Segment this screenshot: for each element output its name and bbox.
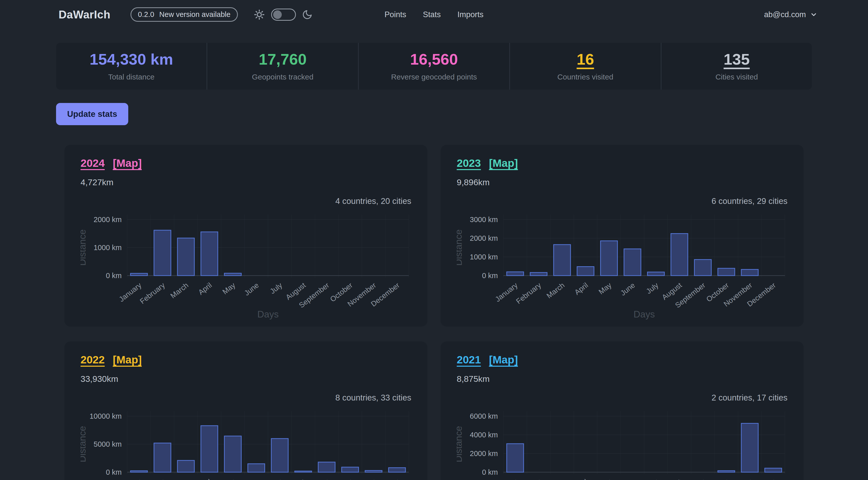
y-tick-label: 2000 km <box>470 234 498 242</box>
map-link-2023[interactable]: [Map] <box>489 157 518 169</box>
year-link-2021[interactable]: 2021 <box>457 354 481 366</box>
x-tick-label: November <box>346 478 377 480</box>
x-axis-title: Days <box>257 309 278 320</box>
year-card-title: 2021 [Map] <box>457 354 787 366</box>
stat-cell: 16 Countries visited <box>509 43 660 90</box>
nav-link-stats[interactable]: Stats <box>423 10 441 19</box>
year-link-2024[interactable]: 2024 <box>81 157 105 169</box>
bar-july <box>648 272 664 276</box>
stats-summary-bar: 154,330 km Total distance 17,760 Geopoin… <box>56 43 812 90</box>
bar-october <box>342 467 359 472</box>
stat-label: Countries visited <box>557 73 614 81</box>
bar-november <box>365 471 382 472</box>
y-tick-label: 1000 km <box>94 244 122 252</box>
version-badge[interactable]: 0.2.0 New version available <box>130 7 238 22</box>
bar-may <box>224 273 241 276</box>
x-tick-label: March <box>545 281 566 300</box>
bar-october <box>718 471 735 472</box>
bar-january <box>507 444 524 472</box>
theme-toggle-knob <box>273 10 282 19</box>
bar-april <box>201 426 218 472</box>
bar-december <box>765 468 782 472</box>
update-stats-button[interactable]: Update stats <box>56 103 128 125</box>
stat-label: Total distance <box>108 73 154 81</box>
bar-november <box>741 423 758 472</box>
year-card-title: 2023 [Map] <box>457 157 787 169</box>
y-tick-label: 10000 km <box>90 412 122 420</box>
x-tick-label: April <box>573 281 589 296</box>
year-summary: 2 countries, 17 cities <box>457 393 787 403</box>
x-tick-label: May <box>597 281 613 296</box>
x-tick-label: October <box>705 478 730 480</box>
stat-value: 17,760 <box>259 52 307 67</box>
x-axis-title: Days <box>633 309 655 320</box>
x-tick-label: April <box>197 478 213 480</box>
stat-value: 154,330 km <box>90 52 173 67</box>
year-summary: 8 countries, 33 cities <box>81 393 411 403</box>
bar-january <box>507 272 524 276</box>
year-chart-2024: 0 km1000 km2000 kmJanuaryFebruaryMarchAp… <box>81 207 411 321</box>
stat-value[interactable]: 16 <box>577 52 594 67</box>
y-tick-label: 0 km <box>106 468 122 476</box>
year-link-2023[interactable]: 2023 <box>457 157 481 169</box>
bar-july <box>271 439 288 472</box>
y-tick-label: 0 km <box>482 468 498 476</box>
dashboard-page: { "header": { "logo": "DaWarIch", "versi… <box>0 0 868 480</box>
year-card: 2021 [Map] 8,875km 2 countries, 17 citie… <box>440 342 804 480</box>
x-tick-label: February <box>515 478 543 480</box>
stat-cell: 135 Cities visited <box>661 43 812 90</box>
map-link-2024[interactable]: [Map] <box>113 157 142 169</box>
user-menu[interactable]: ab@cd.com <box>764 10 817 19</box>
year-summary: 4 countries, 20 cities <box>81 196 411 206</box>
y-tick-label: 1000 km <box>470 253 498 261</box>
x-tick-label: April <box>573 478 589 480</box>
x-tick-label: November <box>722 478 754 480</box>
y-tick-label: 2000 km <box>94 216 122 224</box>
stat-cell: 16,560 Reverse geocoded points <box>358 43 509 90</box>
year-distance: 33,930km <box>81 374 411 384</box>
year-card-title: 2024 [Map] <box>81 157 411 169</box>
nav-link-points[interactable]: Points <box>384 10 406 19</box>
nav-link-imports[interactable]: Imports <box>458 10 484 19</box>
map-link-2022[interactable]: [Map] <box>113 354 142 366</box>
bar-april <box>201 232 218 276</box>
y-tick-label: 6000 km <box>470 412 498 420</box>
x-tick-label: July <box>268 478 284 480</box>
year-card-title: 2022 [Map] <box>81 354 411 366</box>
bar-may <box>224 436 241 472</box>
stat-cell: 17,760 Geopoints tracked <box>207 43 358 90</box>
y-tick-label: 4000 km <box>470 431 498 439</box>
x-tick-label: February <box>515 281 543 306</box>
year-distance: 4,727km <box>81 178 411 187</box>
y-axis-title: Distance <box>81 426 88 462</box>
bar-december <box>389 468 405 472</box>
y-tick-label: 0 km <box>482 271 498 280</box>
x-tick-label: August <box>284 478 307 480</box>
x-tick-label: June <box>619 478 636 480</box>
bar-october <box>718 268 735 276</box>
year-chart-2021: 0 km2000 km4000 km6000 kmJanuaryFebruary… <box>457 404 787 480</box>
year-distance: 9,896km <box>457 178 787 187</box>
year-summary: 6 countries, 29 cities <box>457 196 787 206</box>
stat-label: Reverse geocoded points <box>391 73 477 81</box>
x-tick-label: May <box>597 478 613 480</box>
chevron-down-icon <box>810 11 817 19</box>
x-tick-label: February <box>138 281 167 306</box>
x-tick-label: March <box>169 281 190 300</box>
year-link-2022[interactable]: 2022 <box>81 354 105 366</box>
app-logo: DaWarIch <box>59 8 110 21</box>
theme-toggle[interactable] <box>271 8 296 21</box>
y-axis-title: Distance <box>457 426 464 462</box>
y-axis-title: Distance <box>457 229 464 266</box>
x-tick-label: May <box>221 281 237 296</box>
map-link-2021[interactable]: [Map] <box>489 354 518 366</box>
stat-cell: 154,330 km Total distance <box>56 43 207 90</box>
version-message: New version available <box>159 10 230 19</box>
bar-february <box>154 443 171 472</box>
theme-switcher <box>253 8 313 21</box>
bar-may <box>601 241 618 276</box>
moon-icon <box>302 9 313 20</box>
bar-march <box>178 238 194 276</box>
stat-label: Cities visited <box>715 73 758 81</box>
stat-value[interactable]: 135 <box>723 52 750 67</box>
